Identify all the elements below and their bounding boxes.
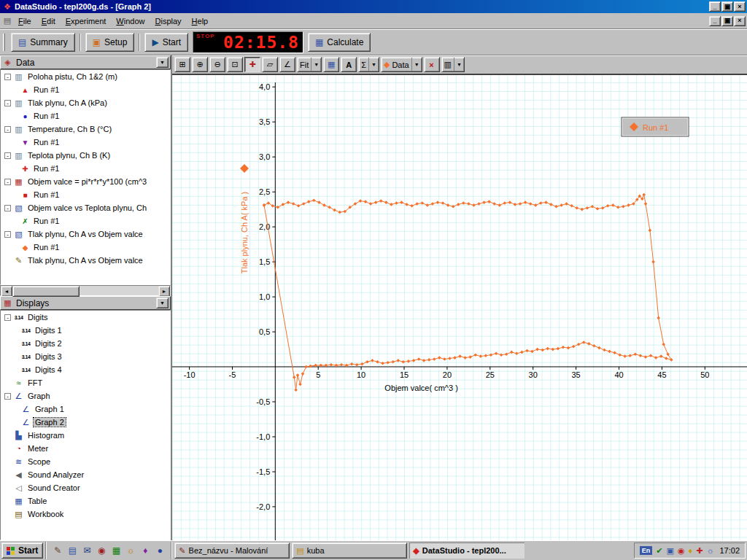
tray-diamond-icon[interactable]: ♦ [689, 546, 693, 555]
display-item-histogram[interactable]: ▙Histogram [1, 429, 170, 442]
keyboard-language-indicator[interactable]: En [640, 546, 653, 555]
tray-plus-icon[interactable]: ✚ [696, 546, 703, 556]
data-item-5[interactable]: -▦Objem valce = pi*r*r*y*100 (cm^3 [1, 175, 170, 188]
scale-to-fit[interactable]: ⊞ [174, 57, 190, 72]
angle-tool[interactable]: ∠ [279, 57, 295, 72]
fit-menu[interactable]: Fit▼ [297, 57, 322, 72]
expand-box[interactable]: - [4, 179, 11, 185]
tray-sun-icon[interactable]: ☼ [706, 546, 713, 555]
data-item-4[interactable]: -▥Teplota plynu, Ch B (K) [1, 149, 170, 162]
shortcut-grid-icon[interactable]: ▦ [110, 545, 122, 556]
scrollbar-track[interactable] [12, 286, 158, 295]
displays-panel-menu-button[interactable]: ▼ [156, 298, 169, 308]
expand-box[interactable]: - [4, 205, 11, 211]
shortcut-mail-icon[interactable]: ✉ [81, 545, 93, 556]
calculate-button[interactable]: ▦ Calculate [308, 33, 371, 52]
data-item-2-run[interactable]: ●Run #1 [1, 109, 170, 122]
start-menu-button[interactable]: Start [1, 542, 43, 559]
mdi-close-button[interactable]: × [734, 16, 746, 26]
close-button[interactable]: × [734, 1, 746, 12]
data-item-2[interactable]: -▥Tlak plynu, Ch A (kPa) [1, 96, 170, 109]
task-datastudio-button[interactable]: ◆DataStudio - tepl200... [409, 542, 525, 559]
data-item-6[interactable]: -▧Objem valce vs Teplota plynu, Ch [1, 201, 170, 214]
display-item-sound-analyzer[interactable]: ◀Sound Analyzer [1, 468, 170, 481]
data-panel-menu-button[interactable]: ▼ [156, 57, 169, 68]
display-item-fft[interactable]: ≈FFT [1, 376, 170, 389]
graph-2-chart[interactable]: -10-551015202530354045504,03,53,02,52,01… [172, 74, 747, 540]
zoom-in[interactable]: ⊕ [192, 57, 208, 72]
graph-settings-menu[interactable]: ▥▼ [441, 57, 465, 72]
expand-box[interactable]: - [4, 393, 11, 400]
display-item-graph-1[interactable]: ∠Graph 1 [1, 402, 170, 416]
shortcut-pencil-icon[interactable]: ✎ [52, 545, 63, 556]
scroll-left-button[interactable]: ◄ [1, 286, 12, 297]
display-item-digits-2[interactable]: 3.14Digits 2 [1, 337, 170, 350]
data-item-6-run[interactable]: ✗Run #1 [1, 214, 170, 228]
expand-box[interactable]: - [4, 314, 11, 321]
display-item-scope[interactable]: ≋Scope [1, 455, 170, 468]
scroll-right-button[interactable]: ► [158, 286, 170, 297]
data-item-7-run[interactable]: ◆Run #1 [1, 241, 170, 254]
display-item-graph-2[interactable]: ∠Graph 2 [1, 416, 170, 429]
graph-settings-menu-dropdown-arrow[interactable]: ▼ [454, 58, 462, 71]
tray-check-icon[interactable]: ✔ [656, 546, 662, 556]
expand-box[interactable]: - [4, 231, 11, 238]
display-item-workbook[interactable]: ▤Workbook [1, 508, 170, 521]
summary-button[interactable]: ▤ Summary [11, 33, 75, 52]
task-paint-button[interactable]: ✎Bez_názvu - Malování [174, 542, 290, 559]
menu-edit[interactable]: Edit [36, 15, 61, 28]
shortcut-docs-icon[interactable]: ▤ [66, 545, 78, 556]
display-item-digits-3[interactable]: 3.14Digits 3 [1, 350, 170, 363]
restore-button[interactable]: ▣ [721, 1, 733, 12]
tray-display-icon[interactable]: ▣ [667, 546, 674, 556]
display-item-digits-4[interactable]: 3.14Digits 4 [1, 363, 170, 376]
shortcut-cd-icon[interactable]: ◉ [96, 545, 107, 556]
data-item-3[interactable]: -▥Temperature, Ch B (°C) [1, 122, 170, 136]
shortcut-diamond-icon[interactable]: ♦ [139, 545, 151, 556]
menu-window[interactable]: Window [111, 15, 150, 28]
slope-tool[interactable]: ▱ [262, 57, 278, 72]
data-item-4-run[interactable]: ✚Run #1 [1, 162, 170, 175]
taskbar-clock[interactable]: 17:02 [717, 546, 740, 555]
expand-box[interactable]: - [4, 100, 11, 106]
data-menu-dropdown-arrow[interactable]: ▼ [411, 58, 419, 71]
delete-button[interactable]: × [424, 57, 440, 72]
display-item-table[interactable]: ▦Table [1, 494, 170, 508]
mdi-restore-button[interactable]: ▣ [721, 16, 733, 26]
data-item-3-run[interactable]: ▼Run #1 [1, 136, 170, 149]
data-menu[interactable]: ◆Data▼ [381, 57, 422, 72]
data-item-1[interactable]: -▥Poloha pistu, Ch 1&2 (m) [1, 70, 170, 83]
shortcut-sun-icon[interactable]: ☼ [125, 545, 136, 556]
tray-record-icon[interactable]: ◉ [678, 546, 685, 556]
menu-file[interactable]: File [13, 15, 36, 28]
zoom-select[interactable]: ⊡ [227, 57, 243, 72]
minimize-button[interactable]: _ [709, 1, 721, 12]
smart-tool[interactable]: ✚ [244, 57, 260, 72]
expand-box[interactable]: - [4, 152, 11, 159]
shortcut-globe-icon[interactable]: ● [154, 545, 166, 556]
fit-menu-dropdown-arrow[interactable]: ▼ [311, 58, 319, 71]
menu-experiment[interactable]: Experiment [61, 15, 112, 28]
display-item-meter[interactable]: ◔Meter [1, 442, 170, 455]
statistics-menu[interactable]: Σ▼ [358, 57, 379, 72]
start-button[interactable]: ▶ Start [144, 33, 188, 52]
statistics-menu-dropdown-arrow[interactable]: ▼ [368, 58, 376, 71]
zoom-out[interactable]: ⊖ [209, 57, 225, 72]
calculator-tool[interactable]: ▦ [323, 57, 339, 72]
task-kuba-button[interactable]: ▤kuba [292, 542, 407, 559]
data-item-8[interactable]: ✎Tlak plynu, Ch A vs Objem valce [1, 254, 170, 267]
display-item-digits-1[interactable]: 3.14Digits 1 [1, 324, 170, 337]
data-item-5-run[interactable]: ■Run #1 [1, 188, 170, 201]
menu-display[interactable]: Display [150, 15, 187, 28]
display-item-sound-creator[interactable]: ◁Sound Creator [1, 481, 170, 494]
data-item-1-run[interactable]: ▲Run #1 [1, 83, 170, 96]
expand-box[interactable]: - [4, 126, 11, 133]
menu-help[interactable]: Help [187, 15, 214, 28]
expand-box[interactable]: - [4, 74, 11, 80]
mdi-minimize-button[interactable]: _ [709, 16, 721, 26]
scrollbar-thumb[interactable] [12, 286, 80, 297]
display-item-graph[interactable]: -∠Graph [1, 389, 170, 402]
setup-button[interactable]: ▣ Setup [85, 33, 135, 52]
data-item-7[interactable]: -▧Tlak plynu, Ch A vs Objem valce [1, 228, 170, 241]
text-tool[interactable]: A [341, 57, 357, 72]
